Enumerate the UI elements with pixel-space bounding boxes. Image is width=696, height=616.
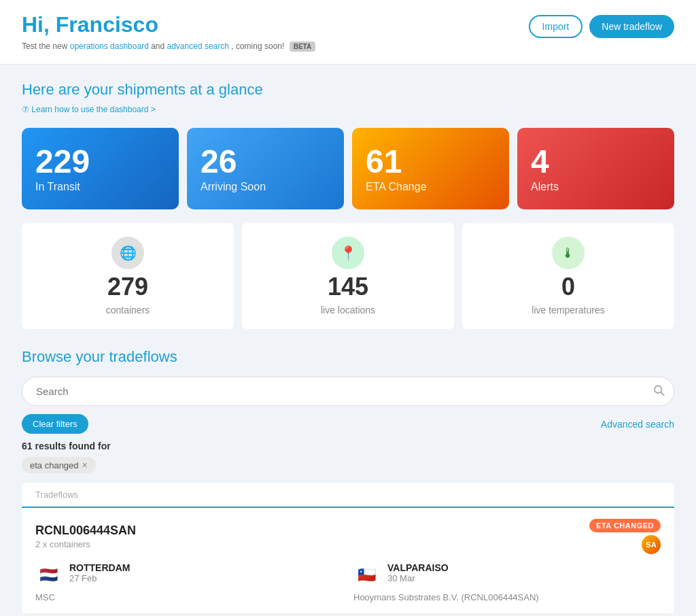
origin-flag: 🇳🇱	[35, 562, 61, 588]
tradeflows-header: Tradeflows	[22, 483, 674, 508]
tradeflows-table: Tradeflows RCNL006444SAN 2 x containers …	[22, 483, 674, 615]
table-row[interactable]: RCNL006444SAN 2 x containers ETA CHANGED…	[22, 508, 674, 614]
live-temperatures-count: 0	[561, 275, 575, 299]
stat-card-arriving-soon[interactable]: 26 Arriving Soon	[187, 128, 344, 209]
stat-label-in-transit: In Transit	[35, 181, 165, 193]
search-icon-button[interactable]	[652, 383, 665, 399]
filter-tag-remove[interactable]: ×	[82, 460, 88, 470]
search-icon	[652, 383, 665, 396]
live-locations-count: 145	[328, 275, 368, 299]
top-bar: Hi, Francisco Test the new operations da…	[0, 0, 696, 65]
info-cards: 🌐 279 containers 📍 145 live locations 🌡 …	[22, 223, 674, 329]
stat-number-arriving-soon: 26	[201, 146, 330, 178]
tradeflow-id: RCNL006444SAN	[35, 524, 136, 538]
stat-label-arriving-soon: Arriving Soon	[201, 181, 330, 193]
filter-tags: eta changed ×	[22, 457, 674, 473]
ops-dashboard-link[interactable]: operations dashboard	[70, 41, 149, 51]
import-button[interactable]: Import	[529, 15, 583, 38]
dest-city: VALPARAISO	[387, 562, 449, 573]
greeting-section: Hi, Francisco Test the new operations da…	[22, 12, 315, 52]
advanced-search-link-header[interactable]: advanced search	[167, 41, 229, 51]
origin-city: ROTTERDAM	[69, 562, 130, 573]
origin-route-point: 🇳🇱 ROTTERDAM 27 Feb	[35, 562, 343, 588]
stat-number-in-transit: 229	[35, 146, 165, 178]
top-actions: Import New tradeflow	[529, 15, 674, 38]
live-locations-icon: 📍	[332, 237, 364, 269]
live-temperatures-label: live temperatures	[532, 305, 604, 315]
origin-info: ROTTERDAM 27 Feb	[69, 562, 130, 583]
page-greeting: Hi, Francisco	[22, 12, 315, 37]
filter-tag-label: eta changed	[30, 460, 79, 470]
info-card-live-temperatures: 🌡 0 live temperatures	[462, 223, 674, 329]
badges-wrap: ETA CHANGED SA	[589, 519, 661, 554]
results-count: 61	[22, 441, 33, 451]
beta-badge: BETA	[290, 41, 315, 52]
glance-title: Here are your shipments at a glance	[22, 81, 674, 99]
search-input[interactable]	[22, 377, 674, 406]
dest-route-point: 🇨🇱 VALPARAISO 30 Mar	[353, 562, 661, 588]
svg-line-1	[661, 392, 663, 395]
info-card-containers: 🌐 279 containers	[22, 223, 234, 329]
subtitle: Test the new operations dashboard and ad…	[22, 41, 315, 52]
dest-info: VALPARAISO 30 Mar	[387, 562, 449, 583]
destination-section: 🇨🇱 VALPARAISO 30 Mar Hooymans Substrates…	[353, 562, 661, 602]
origin-carrier: MSC	[35, 592, 343, 602]
origin-date: 27 Feb	[69, 573, 130, 583]
route-section: 🇳🇱 ROTTERDAM 27 Feb MSC 🇨🇱 VA	[35, 562, 661, 602]
stat-number-alerts: 4	[531, 146, 661, 178]
results-info: 61 results found for	[22, 441, 674, 451]
dest-flag: 🇨🇱	[353, 562, 379, 588]
subtitle-post: , coming soon!	[231, 41, 284, 51]
results-text: results found for	[35, 441, 110, 451]
main-content: Here are your shipments at a glance ⑦ Le…	[0, 65, 696, 616]
live-temperatures-icon: 🌡	[552, 237, 585, 269]
browse-section: Browse your tradeflows Clear filters Adv…	[22, 348, 674, 615]
stat-number-eta-change: 61	[366, 146, 495, 178]
tradeflow-id-section: RCNL006444SAN 2 x containers	[35, 524, 136, 549]
dest-date: 30 Mar	[387, 573, 449, 583]
search-bar-wrap	[22, 377, 674, 406]
filter-tag-eta-changed[interactable]: eta changed ×	[22, 457, 96, 473]
divider	[22, 614, 674, 615]
origin-section: 🇳🇱 ROTTERDAM 27 Feb MSC	[35, 562, 343, 602]
stat-label-alerts: Alerts	[531, 181, 661, 193]
tradeflow-row-top: RCNL006444SAN 2 x containers ETA CHANGED…	[35, 519, 661, 554]
filter-row: Clear filters Advanced search	[22, 414, 674, 434]
browse-title: Browse your tradeflows	[22, 348, 674, 366]
dest-meta: Hooymans Substrates B.V. (RCNL006444SAN)	[353, 592, 661, 602]
learn-link[interactable]: ⑦ Learn how to use the dashboard >	[22, 105, 156, 114]
subtitle-pre: Test the new	[22, 41, 70, 51]
containers-count: 279	[107, 275, 148, 299]
subtitle-mid: and	[151, 41, 167, 51]
new-tradeflow-button[interactable]: New tradeflow	[589, 15, 674, 38]
tradeflow-containers: 2 x containers	[35, 539, 136, 549]
stat-card-in-transit[interactable]: 229 In Transit	[22, 128, 179, 209]
clear-filters-button[interactable]: Clear filters	[22, 414, 88, 434]
info-card-live-locations: 📍 145 live locations	[242, 223, 454, 329]
advanced-search-link[interactable]: Advanced search	[601, 419, 674, 430]
live-locations-label: live locations	[321, 305, 375, 315]
containers-icon: 🌐	[111, 237, 144, 269]
stat-label-eta-change: ETA Change	[366, 181, 495, 193]
stat-card-eta-change[interactable]: 61 ETA Change	[352, 128, 509, 209]
stat-card-alerts[interactable]: 4 Alerts	[517, 128, 674, 209]
stat-cards: 229 In Transit 26 Arriving Soon 61 ETA C…	[22, 128, 674, 209]
containers-label: containers	[106, 305, 150, 315]
eta-changed-badge: ETA CHANGED	[589, 519, 661, 532]
avatar-badge: SA	[642, 535, 661, 554]
